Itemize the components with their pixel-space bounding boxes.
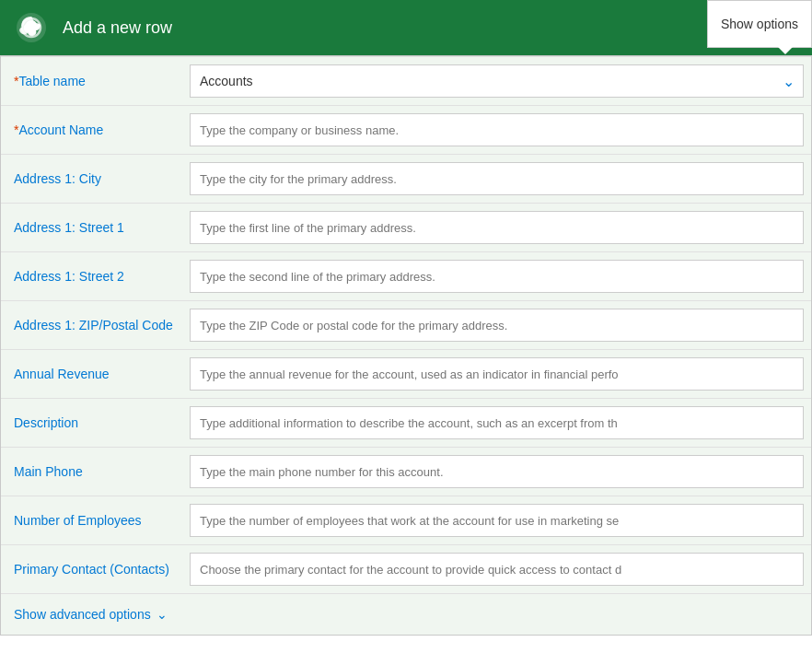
- form-row-address-city: Address 1: City: [1, 155, 811, 204]
- num-employees-input[interactable]: [190, 504, 804, 537]
- show-advanced-label: Show advanced options: [14, 607, 151, 622]
- form-row-main-phone: Main Phone: [1, 448, 811, 496]
- form-row-address-street1: Address 1: Street 1: [1, 204, 811, 252]
- form-row-address-zip: Address 1: ZIP/Postal Code: [1, 301, 811, 350]
- input-wrap-address-street1: [190, 204, 811, 251]
- label-description: Description: [1, 399, 190, 447]
- input-wrap-address-city: [190, 155, 811, 203]
- address-street1-input[interactable]: [190, 211, 804, 244]
- form-row-num-employees: Number of Employees: [1, 496, 811, 545]
- label-address-city: Address 1: City: [1, 155, 190, 203]
- label-account-name: Account Name: [1, 106, 190, 154]
- label-primary-contact: Primary Contact (Contacts): [1, 545, 190, 593]
- address-city-input[interactable]: [190, 162, 804, 195]
- page-title: Add a new row: [63, 18, 172, 38]
- label-annual-revenue: Annual Revenue: [1, 350, 190, 398]
- label-address-zip: Address 1: ZIP/Postal Code: [1, 301, 190, 349]
- label-address-street1: Address 1: Street 1: [1, 204, 190, 251]
- input-wrap-account-name: [190, 106, 811, 154]
- account-name-input[interactable]: [190, 113, 804, 146]
- label-address-street2: Address 1: Street 2: [1, 252, 190, 300]
- chevron-down-icon: ⌄: [157, 607, 168, 622]
- input-wrap-description: [190, 399, 811, 447]
- input-wrap-num-employees: [190, 496, 811, 544]
- label-table-name: Table name: [1, 57, 190, 105]
- input-wrap-address-zip: [190, 301, 811, 349]
- annual-revenue-input[interactable]: [190, 357, 804, 391]
- form-row-account-name: Account Name: [1, 106, 811, 155]
- show-options-button[interactable]: Show options: [707, 0, 812, 48]
- address-zip-input[interactable]: [190, 309, 804, 342]
- show-advanced-link[interactable]: Show advanced options ⌄: [14, 607, 168, 622]
- form-container: Table name Accounts ⌄ Account Name Addre…: [0, 55, 812, 636]
- app-header: Add a new row Show options: [0, 0, 812, 55]
- input-wrap-main-phone: [190, 448, 811, 496]
- input-wrap-address-street2: [190, 252, 811, 300]
- input-wrap-table-name: Accounts ⌄: [190, 57, 811, 105]
- table-name-select[interactable]: Accounts: [190, 64, 804, 98]
- input-wrap-primary-contact: [190, 545, 811, 593]
- form-row-address-street2: Address 1: Street 2: [1, 252, 811, 301]
- form-row-primary-contact: Primary Contact (Contacts): [1, 545, 811, 594]
- form-row-description: Description: [1, 399, 811, 448]
- input-wrap-annual-revenue: [190, 350, 811, 398]
- form-row-table-name: Table name Accounts ⌄: [1, 56, 811, 106]
- label-main-phone: Main Phone: [1, 448, 190, 496]
- app-logo: [11, 7, 52, 48]
- label-num-employees: Number of Employees: [1, 496, 190, 544]
- form-row-annual-revenue: Annual Revenue: [1, 350, 811, 399]
- address-street2-input[interactable]: [190, 260, 804, 293]
- show-advanced-section: Show advanced options ⌄: [1, 594, 811, 635]
- description-input[interactable]: [190, 406, 804, 439]
- main-phone-input[interactable]: [190, 455, 804, 488]
- primary-contact-input[interactable]: [190, 553, 804, 586]
- select-wrap-table-name: Accounts ⌄: [190, 64, 804, 98]
